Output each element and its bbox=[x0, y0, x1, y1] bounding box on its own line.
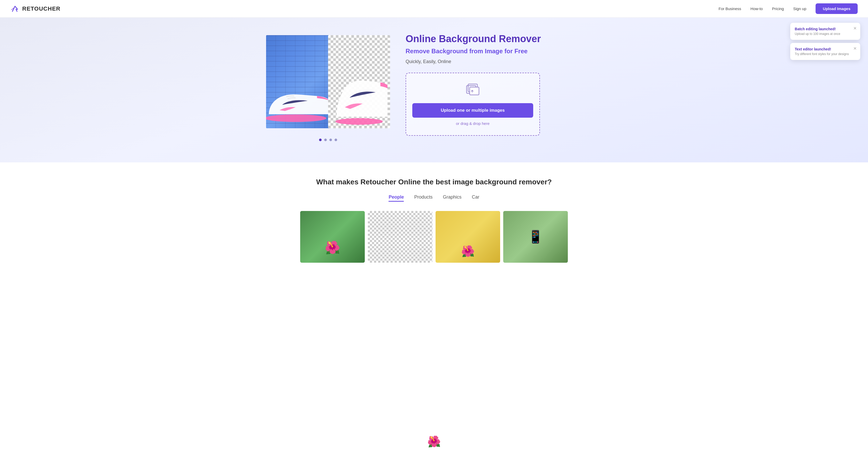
header-upload-button[interactable]: Upload Images bbox=[815, 3, 858, 14]
notification-batch-body: Upload up to 100 images at once bbox=[795, 32, 849, 36]
preview-image-3: 🌺 bbox=[436, 211, 500, 263]
notifications-container: Batch editing launched! Upload up to 100… bbox=[790, 23, 860, 60]
flower-icon-3: 🌺 bbox=[461, 245, 474, 257]
nav-for-business[interactable]: For Business bbox=[719, 6, 741, 11]
main-nav: For Business How-to Pricing Sign up Uplo… bbox=[719, 3, 858, 14]
notification-batch: Batch editing launched! Upload up to 100… bbox=[790, 23, 860, 40]
notification-text-editor-title: Text editor launched! bbox=[795, 47, 849, 51]
header: RETOUCHER For Business How-to Pricing Si… bbox=[0, 0, 868, 18]
notification-batch-title: Batch editing launched! bbox=[795, 27, 849, 31]
preview-image-2: 🌺 bbox=[368, 211, 432, 263]
notification-batch-close[interactable]: ✕ bbox=[853, 26, 857, 31]
bottom-preview-images: 🌺 🌺 🌺 📱 bbox=[10, 211, 858, 263]
nav-sign-up[interactable]: Sign up bbox=[793, 6, 806, 11]
logo: RETOUCHER bbox=[10, 4, 60, 13]
notification-text-editor-close[interactable]: ✕ bbox=[853, 46, 857, 51]
preview-image-4: 📱 bbox=[503, 211, 568, 263]
logo-text: RETOUCHER bbox=[22, 5, 60, 12]
nav-how-to[interactable]: How-to bbox=[750, 6, 763, 11]
notification-text-editor: Text editor launched! Try different font… bbox=[790, 43, 860, 60]
notification-text-editor-body: Try different font styles for your desig… bbox=[795, 52, 849, 56]
what-makes-section: What makes Retoucher Online the best ima… bbox=[0, 162, 868, 263]
logo-icon bbox=[10, 4, 20, 13]
nav-pricing[interactable]: Pricing bbox=[772, 6, 784, 11]
phone-icon: 📱 bbox=[528, 230, 543, 244]
